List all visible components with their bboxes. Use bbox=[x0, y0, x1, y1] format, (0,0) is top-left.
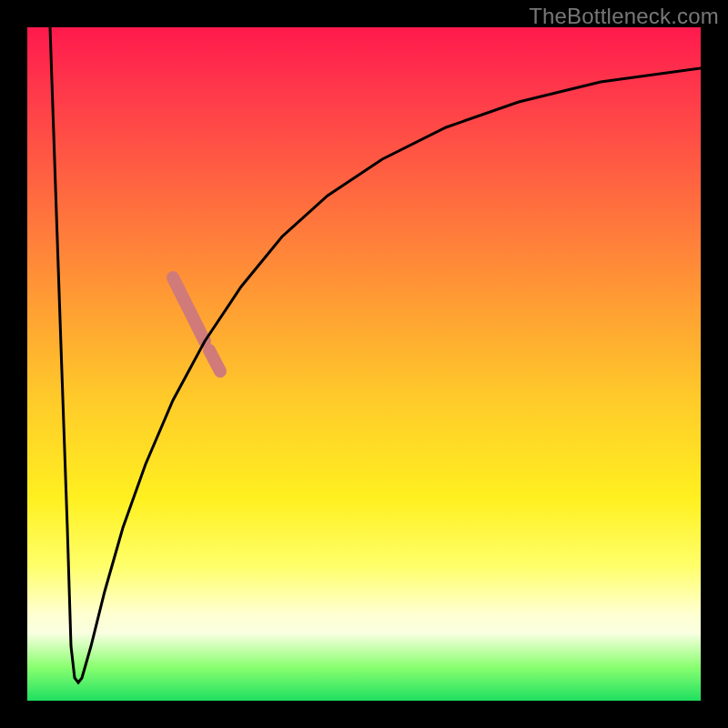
chart-frame: TheBottleneck.com bbox=[0, 0, 728, 728]
highlight-segment-lower bbox=[209, 350, 220, 371]
bottleneck-curve bbox=[50, 27, 701, 682]
watermark-text: TheBottleneck.com bbox=[529, 4, 719, 29]
plot-area bbox=[27, 27, 701, 701]
highlight-segment-upper bbox=[173, 278, 205, 341]
curve-svg bbox=[27, 27, 701, 701]
